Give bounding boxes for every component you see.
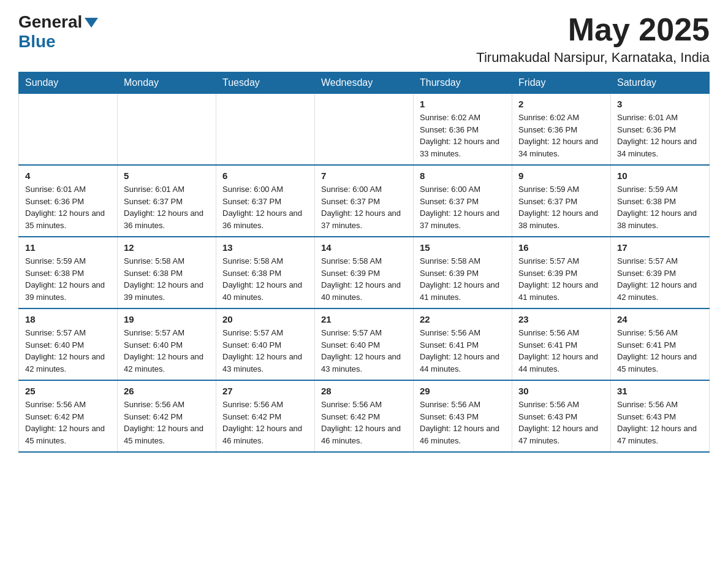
page-header: General Blue May 2025 Tirumakudal Narsip… xyxy=(18,12,710,66)
day-number: 2 xyxy=(518,99,604,109)
day-info: Sunrise: 5:57 AMSunset: 6:40 PMDaylight:… xyxy=(321,327,407,375)
day-number: 4 xyxy=(25,170,111,181)
day-of-week-header: Friday xyxy=(512,72,611,94)
day-info: Sunrise: 5:56 AMSunset: 6:41 PMDaylight:… xyxy=(420,327,506,375)
day-of-week-header: Monday xyxy=(118,72,216,94)
day-number: 19 xyxy=(124,314,210,324)
day-number: 9 xyxy=(518,170,604,181)
day-info: Sunrise: 6:00 AMSunset: 6:37 PMDaylight:… xyxy=(321,183,407,231)
calendar-cell xyxy=(19,94,118,166)
day-info: Sunrise: 5:56 AMSunset: 6:41 PMDaylight:… xyxy=(617,327,703,375)
calendar-cell: 21Sunrise: 5:57 AMSunset: 6:40 PMDayligh… xyxy=(315,308,414,380)
day-number: 29 xyxy=(420,386,506,396)
day-number: 16 xyxy=(518,242,604,253)
day-info: Sunrise: 5:56 AMSunset: 6:43 PMDaylight:… xyxy=(617,399,703,446)
day-number: 18 xyxy=(25,314,111,324)
logo: General Blue xyxy=(18,12,98,52)
day-info: Sunrise: 6:00 AMSunset: 6:37 PMDaylight:… xyxy=(420,183,506,231)
day-info: Sunrise: 5:59 AMSunset: 6:38 PMDaylight:… xyxy=(617,183,703,231)
day-number: 27 xyxy=(222,386,308,396)
calendar-cell: 18Sunrise: 5:57 AMSunset: 6:40 PMDayligh… xyxy=(19,308,118,380)
calendar-body: 1Sunrise: 6:02 AMSunset: 6:36 PMDaylight… xyxy=(19,94,710,453)
calendar-header: SundayMondayTuesdayWednesdayThursdayFrid… xyxy=(19,72,710,94)
day-number: 1 xyxy=(420,99,506,109)
day-of-week-header: Thursday xyxy=(414,72,512,94)
logo-arrow-icon xyxy=(85,18,98,30)
day-number: 13 xyxy=(222,242,308,253)
calendar-cell xyxy=(216,94,315,166)
days-of-week-row: SundayMondayTuesdayWednesdayThursdayFrid… xyxy=(19,72,710,94)
day-number: 25 xyxy=(25,386,111,396)
calendar-week-row: 4Sunrise: 6:01 AMSunset: 6:36 PMDaylight… xyxy=(19,165,710,237)
calendar-week-row: 18Sunrise: 5:57 AMSunset: 6:40 PMDayligh… xyxy=(19,308,710,380)
calendar-table: SundayMondayTuesdayWednesdayThursdayFrid… xyxy=(18,72,710,453)
calendar-cell: 11Sunrise: 5:59 AMSunset: 6:38 PMDayligh… xyxy=(19,237,118,308)
calendar-cell: 4Sunrise: 6:01 AMSunset: 6:36 PMDaylight… xyxy=(19,165,118,237)
logo-blue-text: Blue xyxy=(18,32,56,51)
day-number: 20 xyxy=(222,314,308,324)
calendar-cell: 19Sunrise: 5:57 AMSunset: 6:40 PMDayligh… xyxy=(118,308,216,380)
day-info: Sunrise: 5:56 AMSunset: 6:41 PMDaylight:… xyxy=(518,327,604,375)
calendar-cell: 9Sunrise: 5:59 AMSunset: 6:37 PMDaylight… xyxy=(512,165,611,237)
day-number: 8 xyxy=(420,170,506,181)
day-info: Sunrise: 5:59 AMSunset: 6:38 PMDaylight:… xyxy=(25,255,111,303)
day-number: 7 xyxy=(321,170,407,181)
calendar-cell: 23Sunrise: 5:56 AMSunset: 6:41 PMDayligh… xyxy=(512,308,611,380)
day-info: Sunrise: 5:58 AMSunset: 6:39 PMDaylight:… xyxy=(321,255,407,303)
calendar-cell xyxy=(315,94,414,166)
day-number: 31 xyxy=(617,386,703,396)
calendar-cell: 12Sunrise: 5:58 AMSunset: 6:38 PMDayligh… xyxy=(118,237,216,308)
day-of-week-header: Sunday xyxy=(19,72,118,94)
day-info: Sunrise: 5:56 AMSunset: 6:42 PMDaylight:… xyxy=(25,399,111,446)
day-info: Sunrise: 6:02 AMSunset: 6:36 PMDaylight:… xyxy=(420,112,506,159)
day-of-week-header: Saturday xyxy=(611,72,710,94)
day-info: Sunrise: 6:01 AMSunset: 6:36 PMDaylight:… xyxy=(25,183,111,231)
calendar-cell: 25Sunrise: 5:56 AMSunset: 6:42 PMDayligh… xyxy=(19,380,118,452)
calendar-cell: 31Sunrise: 5:56 AMSunset: 6:43 PMDayligh… xyxy=(611,380,710,452)
calendar-cell: 2Sunrise: 6:02 AMSunset: 6:36 PMDaylight… xyxy=(512,94,611,166)
calendar-cell: 10Sunrise: 5:59 AMSunset: 6:38 PMDayligh… xyxy=(611,165,710,237)
calendar-cell: 28Sunrise: 5:56 AMSunset: 6:42 PMDayligh… xyxy=(315,380,414,452)
day-info: Sunrise: 5:56 AMSunset: 6:43 PMDaylight:… xyxy=(420,399,506,446)
day-info: Sunrise: 5:56 AMSunset: 6:43 PMDaylight:… xyxy=(518,399,604,446)
calendar-cell: 6Sunrise: 6:00 AMSunset: 6:37 PMDaylight… xyxy=(216,165,315,237)
calendar-cell: 14Sunrise: 5:58 AMSunset: 6:39 PMDayligh… xyxy=(315,237,414,308)
location-title: Tirumakudal Narsipur, Karnataka, India xyxy=(476,50,710,66)
calendar-cell: 15Sunrise: 5:58 AMSunset: 6:39 PMDayligh… xyxy=(414,237,512,308)
day-number: 5 xyxy=(124,170,210,181)
day-number: 6 xyxy=(222,170,308,181)
calendar-cell: 16Sunrise: 5:57 AMSunset: 6:39 PMDayligh… xyxy=(512,237,611,308)
day-number: 10 xyxy=(617,170,703,181)
calendar-cell: 3Sunrise: 6:01 AMSunset: 6:36 PMDaylight… xyxy=(611,94,710,166)
day-number: 23 xyxy=(518,314,604,324)
logo-general-text: General xyxy=(18,12,82,32)
calendar-cell: 24Sunrise: 5:56 AMSunset: 6:41 PMDayligh… xyxy=(611,308,710,380)
calendar-cell: 1Sunrise: 6:02 AMSunset: 6:36 PMDaylight… xyxy=(414,94,512,166)
day-number: 15 xyxy=(420,242,506,253)
day-number: 26 xyxy=(124,386,210,396)
day-info: Sunrise: 5:58 AMSunset: 6:39 PMDaylight:… xyxy=(420,255,506,303)
day-info: Sunrise: 5:57 AMSunset: 6:40 PMDaylight:… xyxy=(222,327,308,375)
svg-marker-0 xyxy=(85,18,98,28)
title-section: May 2025 Tirumakudal Narsipur, Karnataka… xyxy=(476,12,710,66)
calendar-week-row: 25Sunrise: 5:56 AMSunset: 6:42 PMDayligh… xyxy=(19,380,710,452)
day-number: 21 xyxy=(321,314,407,324)
day-number: 24 xyxy=(617,314,703,324)
day-info: Sunrise: 5:56 AMSunset: 6:42 PMDaylight:… xyxy=(321,399,407,446)
day-number: 17 xyxy=(617,242,703,253)
month-title: May 2025 xyxy=(476,12,710,47)
day-info: Sunrise: 5:58 AMSunset: 6:38 PMDaylight:… xyxy=(124,255,210,303)
day-number: 28 xyxy=(321,386,407,396)
day-info: Sunrise: 5:56 AMSunset: 6:42 PMDaylight:… xyxy=(124,399,210,446)
day-info: Sunrise: 5:57 AMSunset: 6:39 PMDaylight:… xyxy=(518,255,604,303)
day-info: Sunrise: 5:57 AMSunset: 6:39 PMDaylight:… xyxy=(617,255,703,303)
day-number: 11 xyxy=(25,242,111,253)
day-number: 12 xyxy=(124,242,210,253)
day-info: Sunrise: 5:59 AMSunset: 6:37 PMDaylight:… xyxy=(518,183,604,231)
day-info: Sunrise: 6:01 AMSunset: 6:36 PMDaylight:… xyxy=(617,112,703,159)
day-info: Sunrise: 5:56 AMSunset: 6:42 PMDaylight:… xyxy=(222,399,308,446)
calendar-cell: 5Sunrise: 6:01 AMSunset: 6:37 PMDaylight… xyxy=(118,165,216,237)
calendar-week-row: 1Sunrise: 6:02 AMSunset: 6:36 PMDaylight… xyxy=(19,94,710,166)
calendar-cell: 7Sunrise: 6:00 AMSunset: 6:37 PMDaylight… xyxy=(315,165,414,237)
day-of-week-header: Tuesday xyxy=(216,72,315,94)
